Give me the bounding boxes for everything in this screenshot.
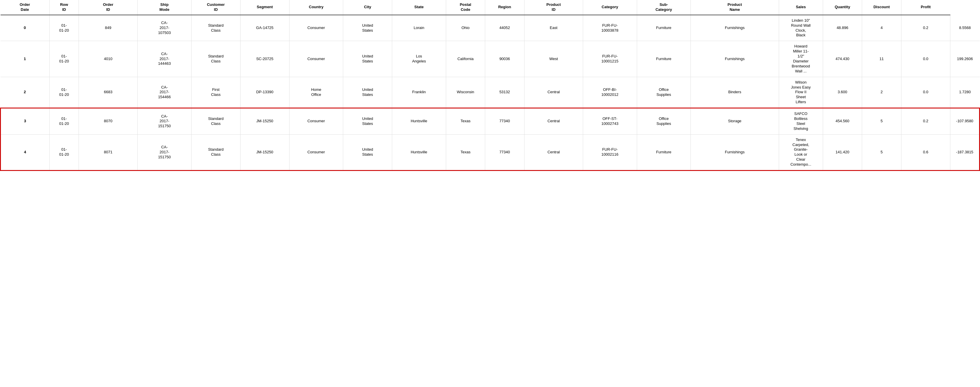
- cell-discount: 0.0: [901, 77, 950, 108]
- cell-product-name: Tenex Carpeted, Granite- Look or Clear C…: [779, 134, 823, 170]
- cell-product-name: Wilson Jones Easy Flow II Sheet Lifters: [779, 77, 823, 108]
- header-city: City: [343, 0, 392, 15]
- cell-city: Huntsville: [392, 108, 446, 135]
- row-index: 0: [1, 15, 49, 41]
- cell-postal-code: 44052: [485, 15, 525, 41]
- cell-customer-id: JM-15250: [240, 108, 289, 135]
- cell-product-name: SAFCO Boltless Steel Shelving: [779, 108, 823, 135]
- cell-quantity: 5: [862, 108, 901, 135]
- header-sales: Sales: [779, 0, 823, 15]
- cell-country: United States: [343, 41, 392, 77]
- cell-ship-mode: Standard Class: [191, 108, 240, 135]
- cell-ship-mode: Standard Class: [191, 15, 240, 41]
- header-postal-code: Postal Code: [446, 0, 485, 15]
- cell-category: Furniture: [637, 41, 691, 77]
- cell-segment: Consumer: [289, 15, 343, 41]
- row-index: 3: [1, 108, 49, 135]
- cell-city: Los Angeles: [392, 41, 446, 77]
- cell-customer-id: DP-13390: [240, 77, 289, 108]
- cell-ship-mode: Standard Class: [191, 41, 240, 77]
- cell-order-date: 01- 01-20: [49, 134, 79, 170]
- header-segment: Segment: [240, 0, 289, 15]
- cell-country: United States: [343, 77, 392, 108]
- cell-city: Franklin: [392, 77, 446, 108]
- cell-order-date: 01- 01-20: [49, 41, 79, 77]
- table-row: 201- 01-206683CA- 2017- 154466First Clas…: [1, 77, 980, 108]
- table-row: 001- 01-20849CA- 2017- 107503Standard Cl…: [1, 15, 980, 41]
- cell-region: Central: [524, 108, 583, 135]
- cell-row-id: 8070: [79, 108, 138, 135]
- header-product-id: Product ID: [524, 0, 583, 15]
- cell-discount: 0.6: [901, 134, 950, 170]
- cell-product-name: Linden 10" Round Wall Clock, Black: [779, 15, 823, 41]
- cell-order-id: CA- 2017- 144463: [138, 41, 191, 77]
- cell-row-id: 6683: [79, 77, 138, 108]
- header-order-id: Order ID: [79, 0, 138, 15]
- cell-profit: -107.9580: [950, 108, 979, 135]
- cell-postal-code: 77340: [485, 134, 525, 170]
- header-order-date: Order Date: [1, 0, 49, 15]
- cell-product-id: FUR-FU- 10002116: [583, 134, 637, 170]
- row-index: 1: [1, 41, 49, 77]
- cell-region: Central: [524, 134, 583, 170]
- cell-ship-mode: First Class: [191, 77, 240, 108]
- cell-sales: 141.420: [823, 134, 862, 170]
- cell-region: Central: [524, 77, 583, 108]
- cell-ship-mode: Standard Class: [191, 134, 240, 170]
- cell-country: United States: [343, 15, 392, 41]
- row-index: 2: [1, 77, 49, 108]
- table-row: 101- 01-204010CA- 2017- 144463Standard C…: [1, 41, 980, 77]
- cell-row-id: 8071: [79, 134, 138, 170]
- cell-sub-category: Binders: [691, 77, 779, 108]
- cell-product-id: FUR-FU- 10001215: [583, 41, 637, 77]
- cell-profit: 199.2606: [950, 41, 979, 77]
- cell-region: West: [524, 41, 583, 77]
- cell-state: California: [446, 41, 485, 77]
- cell-order-date: 01- 01-20: [49, 77, 79, 108]
- header-row-id: Row ID: [49, 0, 79, 15]
- table-row: 401- 01-208071CA- 2017- 151750Standard C…: [1, 134, 980, 170]
- header-category: Category: [583, 0, 637, 15]
- cell-quantity: 2: [862, 77, 901, 108]
- cell-segment: Consumer: [289, 108, 343, 135]
- cell-sales: 3.600: [823, 77, 862, 108]
- header-discount: Discount: [862, 0, 901, 15]
- cell-customer-id: JM-15250: [240, 134, 289, 170]
- row-index: 4: [1, 134, 49, 170]
- cell-region: East: [524, 15, 583, 41]
- cell-state: Texas: [446, 108, 485, 135]
- data-table-wrapper: Order DateRow IDOrder IDShip ModeCustome…: [0, 0, 980, 171]
- cell-product-id: OFF-BI- 10002012: [583, 77, 637, 108]
- cell-country: United States: [343, 108, 392, 135]
- cell-country: United States: [343, 134, 392, 170]
- cell-quantity: 5: [862, 134, 901, 170]
- cell-order-date: 01- 01-20: [49, 15, 79, 41]
- header-product-name: Product Name: [691, 0, 779, 15]
- table-row: 301- 01-208070CA- 2017- 151750Standard C…: [1, 108, 980, 135]
- cell-quantity: 11: [862, 41, 901, 77]
- cell-postal-code: 90036: [485, 41, 525, 77]
- cell-profit: 8.5568: [950, 15, 979, 41]
- cell-sub-category: Storage: [691, 108, 779, 135]
- cell-customer-id: GA-14725: [240, 15, 289, 41]
- cell-sales: 474.430: [823, 41, 862, 77]
- cell-state: Ohio: [446, 15, 485, 41]
- cell-order-id: CA- 2017- 151750: [138, 134, 191, 170]
- cell-profit: -187.3815: [950, 134, 979, 170]
- cell-sales: 454.560: [823, 108, 862, 135]
- cell-sub-category: Furnishings: [691, 134, 779, 170]
- header-sub-category: Sub- Category: [637, 0, 691, 15]
- cell-category: Office Supplies: [637, 77, 691, 108]
- cell-discount: 0.0: [901, 41, 950, 77]
- cell-city: Huntsville: [392, 134, 446, 170]
- cell-segment: Consumer: [289, 134, 343, 170]
- header-country: Country: [289, 0, 343, 15]
- cell-discount: 0.2: [901, 108, 950, 135]
- header-region: Region: [485, 0, 525, 15]
- cell-order-id: CA- 2017- 107503: [138, 15, 191, 41]
- cell-customer-id: SC-20725: [240, 41, 289, 77]
- cell-postal-code: 53132: [485, 77, 525, 108]
- cell-product-name: Howard Miller 11- 1/2" Diameter Brentwoo…: [779, 41, 823, 77]
- cell-order-id: CA- 2017- 151750: [138, 108, 191, 135]
- cell-quantity: 4: [862, 15, 901, 41]
